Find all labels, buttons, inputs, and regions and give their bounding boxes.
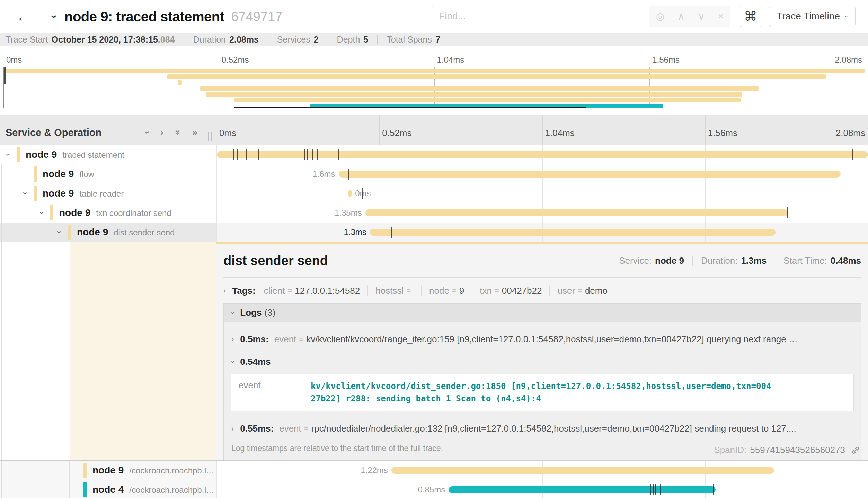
timeline-tick-label: 0ms [6,55,22,65]
span-row-name-cell[interactable]: ›node 9traced statement [0,145,216,164]
span-row-name-cell[interactable]: ›node 9table reader [0,184,216,203]
tags-row[interactable]: › Tags: client=127.0.0.1:54582hostssl=no… [223,285,861,296]
indent-guide [36,480,36,498]
prev-result-icon[interactable]: ∧ [677,11,685,22]
log-marker-tick [312,149,313,160]
collapse-all-icon[interactable]: » [172,130,183,135]
operation-name: traced statement [62,150,124,160]
span-row-name-cell[interactable]: node 4/cockroach.roachpb.I... [0,480,216,498]
grid-header-ticks: 0ms0.52ms1.04ms1.56ms2.08ms [216,115,868,145]
span-row[interactable]: ›node 9traced statement [0,145,868,164]
page-title: node 9: traced statement [64,9,224,25]
trace-summary-bar: Trace Start October 15 2020, 17:38:15.08… [0,33,868,46]
equals-sign: = [287,286,292,295]
log-entry-1[interactable]: › 0.5ms: event = kv/kvclient/kvcoord/ran… [224,334,861,345]
logs-count: (3) [264,307,275,318]
span-expand-chevron-icon[interactable]: › [58,223,61,242]
span-bar[interactable] [348,190,352,197]
span-row-labels: node 9dist sender send [77,223,175,242]
log-marker-tick [375,227,375,238]
log-marker-tick [655,484,656,495]
log-entry-2-header[interactable]: › 0.54ms [224,356,861,367]
service-color-bar [50,205,53,220]
span-row-name-cell[interactable]: ›node 9dist sender send [0,223,216,242]
service-color-bar [34,186,37,201]
indent-guide [36,461,36,480]
divider [367,285,368,296]
find-input[interactable] [432,6,649,27]
minimap-drag-handle[interactable] [4,67,6,84]
span-row-timeline-cell[interactable]: 0ms [216,184,868,203]
gridline [379,115,380,145]
indent-guide [1,480,2,498]
span-row-name-cell[interactable]: node 9/cockroach.roachpb.I... [0,461,216,480]
span-row-timeline-cell[interactable]: 1.3ms [216,223,868,242]
span-expand-chevron-icon[interactable]: › [7,145,10,164]
tag-key: user [557,286,575,296]
trace-minimap: 0ms0.52ms1.04ms1.56ms2.08ms [0,46,868,115]
span-row[interactable]: ›node 9table reader0ms [0,184,868,203]
next-result-icon[interactable]: ∨ [698,11,705,22]
logs-header[interactable]: › Logs (3) [224,304,861,322]
log-timestamp: 0.54ms [240,356,271,367]
span-row-name-cell[interactable]: ›node 9txn coordinator send [0,203,216,223]
span-row[interactable]: node 9flow1.6ms [0,164,868,184]
indent-guide [1,203,2,223]
timeline-tick-label: 2.08ms [836,128,865,138]
tag-value: demo [585,286,608,296]
span-bar[interactable] [391,467,774,474]
log-marker-tick [338,149,339,160]
span-expand-chevron-icon[interactable]: › [41,203,43,223]
span-row[interactable]: ›node 9dist sender send1.3ms [0,223,868,242]
span-bar[interactable] [217,151,868,158]
span-bar[interactable] [449,486,716,493]
link-icon[interactable] [851,445,860,455]
divider [184,35,184,44]
span-row[interactable]: node 9/cockroach.roachpb.I...1.22ms [0,461,868,480]
minimap-span-bar [200,86,759,91]
span-row[interactable]: node 4/cockroach.roachpb.I...0.85ms [0,480,868,498]
minimap-scrubber[interactable] [234,107,586,108]
clear-find-icon[interactable]: × [718,11,724,22]
log-collapse-chevron-icon: › [228,361,237,363]
expand-all-icon[interactable]: » [192,127,197,138]
span-bar[interactable] [339,171,841,178]
span-row-timeline-cell[interactable]: 0.85ms [216,480,868,498]
minimap-canvas[interactable] [3,67,865,108]
indent-guide [19,164,19,184]
span-row[interactable]: ›node 9txn coordinator send1.35ms [0,203,868,223]
tags-expand-chevron-icon[interactable]: › [223,286,226,295]
gridline [542,184,543,203]
span-row-name-cell[interactable]: node 9flow [0,164,216,184]
log-marker-tick [713,484,714,495]
log-marker-tick [310,149,310,160]
minimap-tick-labels: 0ms0.52ms1.04ms1.56ms2.08ms [3,46,865,67]
expand-one-icon[interactable]: › [160,127,163,138]
divider [377,35,378,44]
find-tools: ◎ ∧ ∨ × [649,6,730,27]
back-button[interactable]: ← [0,0,47,33]
log-marker-tick [304,149,305,160]
tag-key: txn [480,286,492,296]
span-expand-chevron-icon[interactable]: › [24,184,27,203]
span-row-timeline-cell[interactable]: 1.22ms [216,461,868,480]
span-bar[interactable] [370,229,776,236]
timeline-tick-label: 1.56ms [708,128,737,138]
divider [223,277,861,278]
span-row-timeline-cell[interactable]: 1.35ms [216,203,868,223]
command-icon: ⌘ [744,9,757,24]
minimap-span-bar [234,98,741,102]
view-selector-button[interactable]: Trace Timeline › [769,6,856,27]
locate-icon[interactable]: ◎ [656,11,664,22]
equals-sign: = [578,286,582,295]
span-bar[interactable] [365,209,788,216]
gridline [380,480,380,498]
keyboard-shortcuts-button[interactable]: ⌘ [739,6,762,27]
span-row-timeline-cell[interactable]: 1.6ms [216,164,868,184]
collapse-one-icon[interactable]: › [142,131,152,134]
duration-value: 2.08ms [229,35,259,45]
column-resize-handle[interactable] [208,132,212,141]
collapse-trace-chevron-icon[interactable]: › [48,15,60,18]
span-row-timeline-cell[interactable] [216,145,868,164]
log-entry-3[interactable]: › 0.55ms: event = rpc/nodedialer/nodedia… [224,423,861,434]
